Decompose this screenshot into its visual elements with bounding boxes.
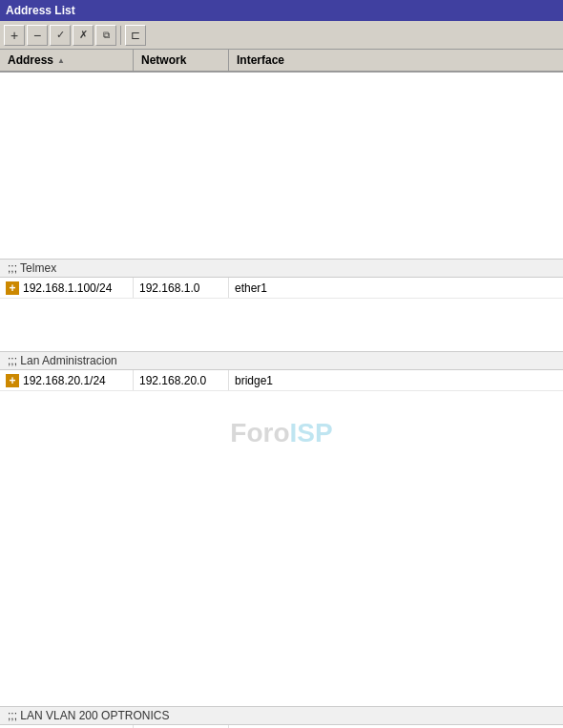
network-value-1: 192.168.1.0: [139, 281, 199, 295]
column-interface[interactable]: Interface: [229, 50, 563, 71]
group-lan-vlan-label: ;;; LAN VLAN 200 OPTRONICS: [8, 709, 169, 722]
group-lan-admin-label: ;;; Lan Administracion: [8, 354, 117, 367]
copy-button[interactable]: ⧉: [95, 25, 116, 46]
remove-button[interactable]: −: [27, 25, 48, 46]
active-icon: +: [6, 281, 19, 295]
table-row[interactable]: + 192.168.20.1/24 192.168.20.0 bridge1: [0, 370, 563, 391]
address-value-1: 192.168.1.100/24: [23, 281, 112, 295]
group-lan-vlan: ;;; LAN VLAN 200 OPTRONICS: [0, 706, 563, 725]
toolbar-separator: [120, 26, 121, 45]
disable-button[interactable]: ✗: [73, 25, 94, 46]
title-label: Address List: [6, 4, 75, 17]
active-icon-2: +: [6, 374, 19, 387]
group-lan-admin: ;;; Lan Administracion: [0, 351, 563, 370]
network-value-2: 192.168.20.0: [139, 374, 206, 387]
table-row[interactable]: + 192.168.1.100/24 192.168.1.0 ether1: [0, 278, 563, 299]
content-area: ForoISP ;;; Telmex + 192.168.1.100/24 19…: [0, 73, 563, 728]
cell-network-2: 192.168.20.0: [134, 370, 229, 390]
interface-value-2: bridge1: [235, 374, 273, 387]
group-telmex: ;;; Telmex: [0, 259, 563, 278]
cell-address-1: + 192.168.1.100/24: [0, 278, 134, 298]
empty-space-mid1: [0, 299, 563, 351]
title-bar: Address List: [0, 0, 563, 21]
edit-button[interactable]: ✓: [50, 25, 71, 46]
filter-button[interactable]: ⊏: [125, 25, 146, 46]
group-telmex-label: ;;; Telmex: [8, 261, 56, 275]
address-value-2: 192.168.20.1/24: [23, 374, 106, 387]
toolbar: + − ✓ ✗ ⧉ ⊏: [0, 21, 563, 50]
column-network[interactable]: Network: [134, 50, 229, 71]
empty-space-top: [0, 73, 563, 259]
column-header: Address Network Interface: [0, 50, 563, 73]
add-button[interactable]: +: [4, 25, 25, 46]
empty-space-mid2: [0, 391, 563, 706]
interface-value-1: ether1: [235, 281, 267, 295]
column-address[interactable]: Address: [0, 50, 134, 71]
cell-address-2: + 192.168.20.1/24: [0, 370, 134, 390]
cell-network-1: 192.168.1.0: [134, 278, 229, 298]
cell-interface-1: ether1: [229, 278, 563, 298]
cell-interface-2: bridge1: [229, 370, 563, 390]
